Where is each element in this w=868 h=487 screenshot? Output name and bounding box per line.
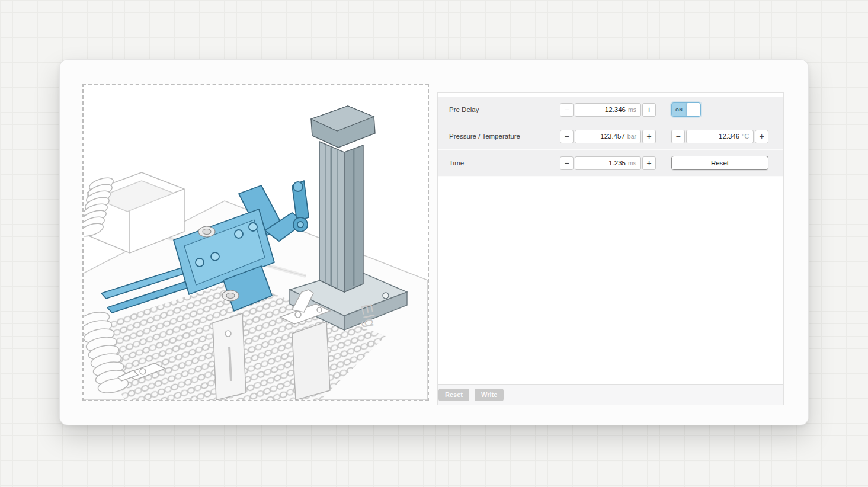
pre-delay-input[interactable]: 12.346 ms [575,103,641,117]
footer-reset-button[interactable]: Reset [438,389,469,401]
minus-icon: − [675,132,680,140]
row-pressure-temperature: Pressure / Temperature − 123.457 bar + −… [438,123,783,150]
time-increment-button[interactable]: + [642,156,656,170]
time-value: 1.235 [608,159,626,166]
bracket-plate [213,313,246,400]
pre-delay-value: 12.346 [605,106,626,113]
app-window: Elg [59,59,809,425]
minus-icon: − [564,159,569,167]
temperature-unit: °C [742,133,749,140]
temperature-input[interactable]: 12.346 °C [686,130,754,143]
pressure-decrement-button[interactable]: − [560,130,574,143]
desktop-background: { "controls": { "rows": [ { "label": "Pr… [0,0,868,487]
time-unit: ms [628,159,636,166]
plus-icon: + [646,105,651,114]
pressure-input[interactable]: 123.457 bar [575,130,641,143]
footer-bar: Reset Write [438,384,783,405]
toggle-knob [686,103,700,116]
pressure-temperature-label: Pressure / Temperature [449,133,560,140]
plus-icon: + [646,132,651,140]
row-time: Time − 1.235 ms + Reset [438,150,783,177]
machine-illustration: Elg [84,85,428,400]
pressure-value: 123.457 [600,133,625,140]
plus-icon: + [646,159,651,167]
minus-icon: − [564,132,569,140]
pre-delay-unit: ms [628,106,636,113]
controls-panel: Pre Delay − 12.346 ms + ON [437,92,784,405]
time-stepper: − 1.235 ms + [560,156,656,170]
pressure-increment-button[interactable]: + [642,130,656,143]
plus-icon: + [759,132,764,140]
time-input[interactable]: 1.235 ms [575,156,641,170]
time-reset-cell: Reset [671,156,768,170]
machine-illustration-panel: Elg [82,84,429,401]
toggle-on-label: ON [672,103,686,116]
temperature-increment-button[interactable]: + [755,130,768,143]
temperature-decrement-button[interactable]: − [671,130,685,143]
parameter-rows: Pre Delay − 12.346 ms + ON [438,97,783,177]
temperature-value: 12.346 [719,133,739,140]
pressure-stepper: − 123.457 bar + [560,130,656,143]
time-label: Time [449,159,560,166]
minus-icon: − [564,105,569,114]
time-reset-button[interactable]: Reset [671,156,768,170]
temperature-stepper: − 12.346 °C + [671,130,768,143]
side-plate [292,322,330,400]
pre-delay-stepper: − 12.346 ms + [560,103,656,117]
pressure-unit: bar [627,133,636,140]
pre-delay-toggle[interactable]: ON [671,102,701,117]
pre-delay-increment-button[interactable]: + [642,103,656,117]
pre-delay-label: Pre Delay [449,106,560,113]
pre-delay-toggle-cell: ON [671,102,768,117]
footer-write-button[interactable]: Write [475,389,504,401]
pre-delay-decrement-button[interactable]: − [560,103,574,117]
row-pre-delay: Pre Delay − 12.346 ms + ON [438,97,783,123]
temperature-cell: − 12.346 °C + [671,130,768,143]
time-decrement-button[interactable]: − [560,156,574,170]
